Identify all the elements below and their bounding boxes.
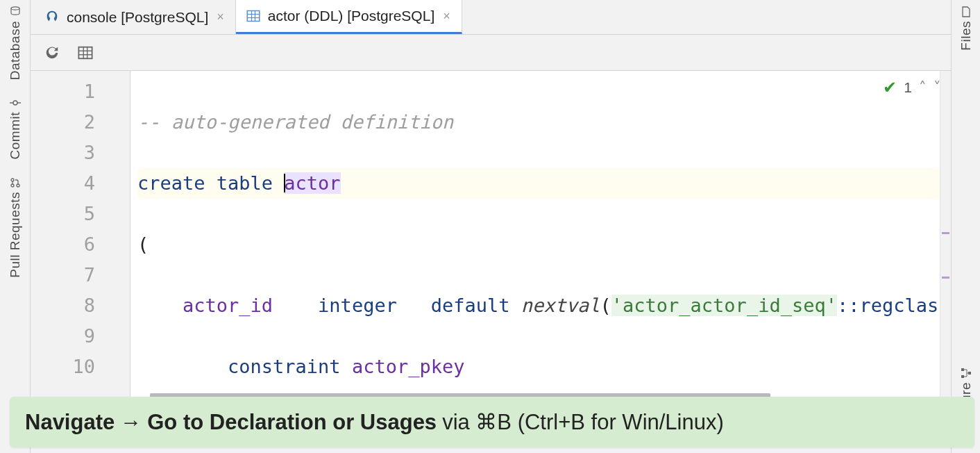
code-comment: -- auto-generated definition [137, 111, 453, 133]
rail-item-pull-requests[interactable]: Pull Requests [8, 176, 23, 278]
main-area: console [PostgreSQL] × actor (DDL) [Post… [31, 0, 951, 453]
svg-rect-7 [247, 11, 260, 22]
inspection-widget[interactable]: ✔ 1 ˄ ˅ [883, 78, 941, 97]
chevron-up-icon[interactable]: ˄ [919, 79, 927, 96]
tab-label: actor (DDL) [PostgreSQL] [268, 8, 434, 24]
svg-point-0 [11, 7, 19, 10]
left-tool-rail: Database Commit Pull Requests [0, 0, 31, 453]
tip-bold-b: Go to Declaration or Usages [147, 410, 437, 435]
table-icon [246, 8, 261, 24]
tab-label: console [PostgreSQL] [67, 9, 208, 26]
pull-request-icon [9, 176, 22, 189]
right-tool-rail: Files Structure [951, 0, 980, 453]
line-number: 2 [31, 107, 95, 138]
rail-label: Database [8, 21, 23, 80]
rail-label: Pull Requests [8, 192, 23, 278]
rail-item-files[interactable]: Files [958, 6, 974, 51]
code-keyword: default [431, 295, 510, 316]
svg-point-4 [11, 179, 14, 181]
line-number: 5 [31, 199, 95, 229]
code-func: nextval [521, 295, 600, 316]
line-number: 4 [31, 168, 95, 199]
stripe-marker[interactable] [942, 277, 949, 279]
line-gutter: 1 2 3 4 5 6 7 8 9 10 [31, 71, 130, 403]
error-stripe[interactable] [940, 71, 951, 403]
code-identifier: actor [284, 172, 340, 194]
inspection-count: 1 [904, 79, 912, 96]
line-number: 10 [31, 352, 95, 382]
tab-actor-ddl[interactable]: actor (DDL) [PostgreSQL] × [236, 0, 462, 34]
code-string: 'actor_actor_id_seq' [611, 295, 837, 316]
code-editor[interactable]: 1 2 3 4 5 6 7 8 9 10 -- auto-generated d… [31, 71, 951, 403]
editor-toolbar [31, 35, 951, 71]
svg-point-5 [11, 184, 14, 187]
code-type: integer [318, 295, 397, 316]
code-identifier: actor_id [183, 295, 273, 316]
tip-bold-a: Navigate [25, 410, 115, 435]
tip-banner[interactable]: Navigate → Go to Declaration or Usages v… [10, 397, 974, 447]
tab-console[interactable]: console [PostgreSQL] × [35, 0, 236, 34]
caret: actor [284, 172, 340, 194]
rail-label: Commit [8, 112, 23, 159]
stripe-marker[interactable] [942, 232, 949, 234]
tip-rest: via ⌘B (Ctrl+B for Win/Linux) [442, 409, 724, 435]
rail-item-database[interactable]: Database [8, 6, 23, 80]
postgres-icon [44, 10, 60, 25]
line-number: 3 [31, 138, 95, 168]
rail-label: Files [958, 21, 974, 51]
line-number: 9 [31, 321, 95, 352]
code-cast: ::regclass [837, 295, 940, 316]
line-number: 8 [31, 290, 95, 321]
close-icon[interactable]: × [215, 10, 226, 24]
editor-tabbar: console [PostgreSQL] × actor (DDL) [Post… [31, 0, 951, 35]
commit-icon [9, 97, 22, 109]
line-number: 6 [31, 229, 95, 260]
table-view-button[interactable] [76, 44, 94, 62]
svg-rect-12 [78, 47, 92, 58]
code-paren: ( [137, 233, 149, 255]
line-number: 1 [31, 76, 95, 107]
rail-item-commit[interactable]: Commit [8, 97, 23, 159]
files-icon [960, 6, 972, 18]
close-icon[interactable]: × [441, 9, 452, 24]
svg-point-1 [13, 101, 17, 105]
svg-rect-22 [968, 372, 971, 374]
line-number: 7 [31, 260, 95, 290]
svg-rect-21 [961, 375, 964, 378]
code-keyword: constraint [228, 356, 341, 377]
arrow-icon: → [120, 410, 142, 435]
svg-point-6 [17, 184, 19, 187]
code-identifier: actor_pkey [352, 356, 465, 377]
structure-icon [960, 367, 972, 379]
check-icon: ✔ [883, 78, 897, 97]
svg-rect-20 [961, 368, 964, 371]
code-content[interactable]: -- auto-generated definition create tabl… [130, 71, 940, 403]
refresh-button[interactable] [43, 44, 61, 62]
code-keyword: create table [137, 172, 273, 194]
database-icon [9, 6, 22, 18]
chevron-down-icon[interactable]: ˅ [933, 79, 941, 96]
